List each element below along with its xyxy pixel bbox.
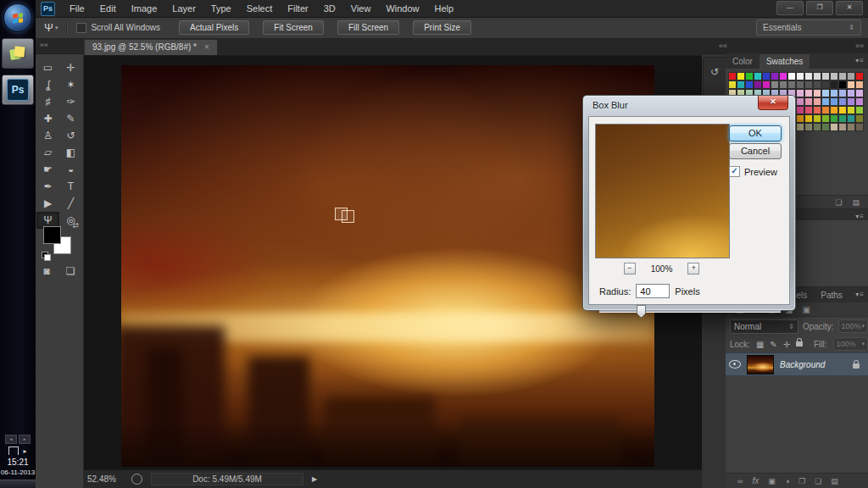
- tool-smudge[interactable]: ☛: [36, 161, 59, 178]
- status-zoom-level[interactable]: 52.48%: [87, 474, 131, 484]
- restore-button[interactable]: ❐: [806, 1, 833, 15]
- status-menu-arrow[interactable]: ▶: [312, 475, 317, 483]
- radius-input[interactable]: [636, 284, 670, 298]
- radius-slider-thumb[interactable]: [637, 305, 646, 318]
- clock-time[interactable]: 15:21: [7, 457, 28, 468]
- color-swatch[interactable]: [813, 123, 821, 131]
- panel-menu-icon[interactable]: ▾≡: [855, 291, 865, 298]
- menu-select[interactable]: Select: [239, 0, 281, 17]
- menu-filter[interactable]: Filter: [280, 0, 315, 17]
- tool-move[interactable]: ✛: [59, 59, 82, 76]
- layer-thumbnail[interactable]: [747, 355, 774, 374]
- clock-date[interactable]: 06-11-2013: [1, 468, 35, 477]
- color-swatch[interactable]: [855, 80, 864, 89]
- color-swatch[interactable]: [830, 123, 838, 131]
- blend-mode-select[interactable]: Normal ⇕: [730, 319, 798, 334]
- layer-row-background[interactable]: Background: [726, 352, 868, 376]
- start-button[interactable]: [3, 3, 32, 32]
- color-swatch[interactable]: [813, 106, 821, 114]
- color-swatch[interactable]: [779, 72, 787, 80]
- color-swatch[interactable]: [779, 80, 787, 89]
- link-layers-icon[interactable]: ∞: [737, 477, 743, 485]
- color-swatch[interactable]: [754, 72, 762, 80]
- color-swatch[interactable]: [847, 97, 855, 106]
- tab-color[interactable]: Color: [726, 54, 760, 69]
- color-swatch[interactable]: [762, 80, 771, 89]
- color-swatch[interactable]: [754, 80, 762, 89]
- color-swatch[interactable]: [796, 80, 804, 89]
- color-swatch[interactable]: [838, 106, 847, 114]
- color-swatch[interactable]: [787, 80, 796, 89]
- color-swatch[interactable]: [804, 97, 813, 106]
- lock-all-icon[interactable]: [796, 341, 803, 347]
- fill-value[interactable]: 100%▾: [833, 337, 868, 351]
- quick-mask-button[interactable]: ◙: [43, 265, 49, 277]
- adjustment-layer-icon[interactable]: ◑: [785, 477, 789, 485]
- color-swatch[interactable]: [728, 80, 737, 89]
- radius-slider[interactable]: [599, 305, 781, 317]
- document-tab[interactable]: 93.jpg @ 52.5% (RGB/8#) * ×: [84, 39, 218, 55]
- tool-dodge[interactable]: ◒: [59, 161, 82, 178]
- color-swatch[interactable]: [813, 72, 821, 80]
- tool-rectangular-marquee[interactable]: ▭: [36, 59, 59, 76]
- layer-filter-icon[interactable]: ▣: [802, 305, 810, 314]
- new-layer-icon[interactable]: ❏: [815, 477, 821, 485]
- menu-help[interactable]: Help: [427, 0, 462, 17]
- tool-path-selection[interactable]: ▶: [36, 195, 59, 212]
- screen-mode-button[interactable]: ❏: [66, 265, 75, 277]
- new-swatch-icon[interactable]: ❏: [835, 198, 842, 207]
- color-swatch[interactable]: [821, 106, 830, 114]
- tools-collapse-arrows[interactable]: ««: [36, 38, 83, 54]
- color-swatch[interactable]: [830, 114, 838, 123]
- dock-collapse-left-icon[interactable]: ««: [719, 42, 727, 50]
- color-swatch[interactable]: [830, 72, 838, 80]
- menu-image[interactable]: Image: [124, 0, 165, 17]
- tool-crop[interactable]: ♯: [36, 93, 59, 110]
- tool-line[interactable]: ╱: [59, 195, 82, 212]
- color-swatch[interactable]: [728, 72, 737, 80]
- zoom-in-button[interactable]: +: [687, 263, 699, 274]
- dock-collapse-right-icon[interactable]: »»: [855, 42, 864, 50]
- color-swatch[interactable]: [838, 97, 847, 106]
- color-swatch[interactable]: [771, 80, 779, 89]
- dialog-close-button[interactable]: ✕: [758, 96, 788, 110]
- color-swatch[interactable]: [737, 80, 745, 89]
- color-swatch[interactable]: [796, 123, 804, 131]
- color-swatch[interactable]: [847, 80, 855, 89]
- color-swatch[interactable]: [847, 72, 855, 80]
- color-swatch[interactable]: [762, 72, 771, 80]
- color-swatch[interactable]: [796, 114, 804, 123]
- default-colors-icon[interactable]: [42, 252, 50, 260]
- tool-gradient[interactable]: ◧: [59, 144, 82, 161]
- minimize-button[interactable]: —: [776, 1, 804, 15]
- show-desktop-button[interactable]: [0, 480, 36, 488]
- menu-file[interactable]: File: [62, 0, 92, 17]
- zoom-out-button[interactable]: −: [624, 263, 636, 274]
- color-swatch[interactable]: [813, 80, 821, 89]
- color-swatch[interactable]: [804, 114, 813, 123]
- fit-screen-button[interactable]: Fit Screen: [263, 20, 324, 35]
- color-swatch[interactable]: [838, 80, 847, 89]
- color-swatch[interactable]: [821, 97, 830, 106]
- color-swatch[interactable]: [796, 72, 804, 80]
- menu-type[interactable]: Type: [203, 0, 239, 17]
- tool-healing-brush[interactable]: ✚: [36, 110, 59, 127]
- taskbar-sticky-notes-button[interactable]: [2, 38, 34, 69]
- color-swatch[interactable]: [855, 97, 864, 106]
- menu-view[interactable]: View: [343, 0, 379, 17]
- color-swatch[interactable]: [830, 89, 838, 97]
- cancel-button[interactable]: Cancel: [729, 143, 782, 159]
- color-swatch[interactable]: [838, 89, 847, 97]
- color-swatch[interactable]: [855, 123, 864, 131]
- tool-preset-dropdown-icon[interactable]: ▾: [55, 25, 58, 31]
- taskbar-photoshop-button[interactable]: Ps: [2, 75, 34, 105]
- swap-colors-icon[interactable]: ⇄: [72, 221, 79, 230]
- color-swatch[interactable]: [821, 114, 830, 123]
- color-swatch[interactable]: [830, 80, 838, 89]
- document-tab-close-icon[interactable]: ×: [204, 42, 209, 52]
- color-swatch[interactable]: [855, 72, 864, 80]
- panel-menu-icon[interactable]: ▾≡: [855, 213, 865, 220]
- color-swatch[interactable]: [745, 72, 754, 80]
- tool-brush[interactable]: ✎: [59, 110, 82, 127]
- color-swatch[interactable]: [855, 106, 864, 114]
